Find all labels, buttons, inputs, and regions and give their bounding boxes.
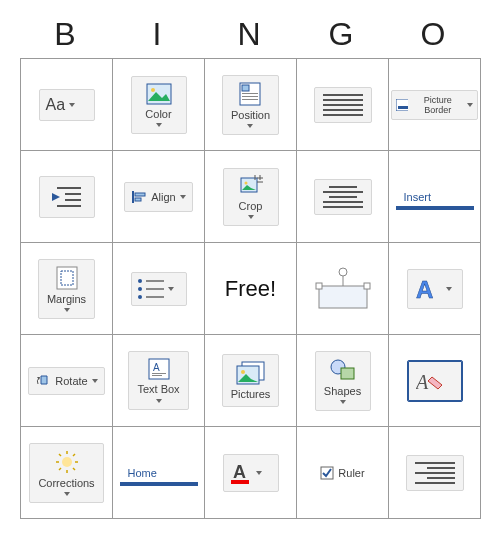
chevron-down-icon — [168, 287, 174, 291]
font-color-icon: A — [230, 461, 252, 485]
header-i: I — [112, 10, 204, 58]
svg-point-17 — [244, 181, 247, 184]
svg-rect-12 — [57, 205, 81, 207]
svg-text:A: A — [153, 362, 160, 373]
svg-rect-3 — [242, 85, 249, 91]
svg-rect-14 — [135, 193, 145, 196]
insert-tab: Insert — [396, 184, 474, 210]
svg-rect-8 — [398, 106, 408, 109]
svg-rect-5 — [242, 96, 258, 97]
header-g: G — [296, 10, 388, 58]
margins-icon — [56, 266, 78, 290]
chevron-down-icon — [92, 379, 98, 383]
svg-rect-34 — [341, 368, 354, 379]
rotate-icon — [35, 374, 51, 388]
bingo-grid: Aa Color Position — [20, 58, 481, 519]
increase-indent-icon — [49, 183, 85, 211]
cell-text-effects[interactable]: A — [391, 245, 478, 332]
cell-shape-handle[interactable] — [299, 245, 386, 332]
svg-rect-46 — [231, 480, 249, 484]
pictures-icon — [236, 361, 266, 385]
align-icon — [131, 189, 147, 205]
svg-rect-18 — [57, 267, 77, 289]
checkbox-checked-icon — [320, 466, 334, 480]
header-n: N — [204, 10, 296, 58]
svg-rect-28 — [152, 373, 166, 374]
cell-home-tab[interactable]: Home — [115, 429, 202, 516]
cell-align-right[interactable] — [391, 429, 478, 516]
svg-text:A: A — [233, 462, 246, 482]
position-icon — [239, 82, 261, 106]
svg-rect-9 — [57, 187, 81, 189]
cell-insert-tab[interactable]: Insert — [391, 153, 478, 240]
svg-line-41 — [59, 454, 61, 456]
chevron-down-icon — [248, 215, 254, 219]
chevron-down-icon — [69, 103, 75, 107]
bullets-icon — [138, 279, 164, 299]
cell-margins[interactable]: Margins — [23, 245, 110, 332]
cell-ruler[interactable]: Ruler — [299, 429, 386, 516]
svg-line-43 — [73, 454, 75, 456]
svg-rect-10 — [65, 193, 81, 195]
cell-center[interactable] — [299, 153, 386, 240]
justify-icon — [323, 94, 363, 116]
svg-point-36 — [62, 457, 72, 467]
text-box-icon: A — [148, 358, 170, 380]
cell-bullets[interactable] — [115, 245, 202, 332]
cell-themes[interactable]: Aa — [23, 61, 110, 148]
chevron-down-icon — [64, 492, 70, 496]
shapes-icon — [329, 358, 357, 382]
align-right-icon — [415, 462, 455, 484]
cell-free: Free! — [207, 245, 294, 332]
cell-corrections[interactable]: Corrections — [23, 429, 110, 516]
corrections-icon — [54, 450, 80, 474]
bingo-header: B I N G O — [20, 10, 480, 58]
chevron-down-icon — [340, 400, 346, 404]
header-o: O — [388, 10, 480, 58]
svg-rect-23 — [316, 283, 322, 289]
cell-justify[interactable] — [299, 61, 386, 148]
clear-formatting-icon: A — [416, 369, 444, 393]
cell-shapes[interactable]: Shapes — [299, 337, 386, 424]
themes-icon: Aa — [46, 96, 66, 114]
svg-point-20 — [339, 268, 347, 276]
svg-rect-22 — [319, 286, 367, 308]
svg-rect-24 — [364, 283, 370, 289]
picture-border-icon — [396, 99, 408, 111]
cell-clear-format[interactable]: A — [391, 337, 478, 424]
svg-line-42 — [73, 468, 75, 470]
svg-text:A: A — [416, 276, 433, 302]
svg-point-32 — [241, 370, 245, 374]
chevron-down-icon — [256, 471, 262, 475]
chevron-down-icon — [446, 287, 452, 291]
chevron-down-icon — [247, 124, 253, 128]
picture-color-icon — [146, 83, 172, 105]
svg-text:A: A — [416, 371, 429, 393]
center-align-icon — [323, 186, 363, 208]
cell-position[interactable]: Position — [207, 61, 294, 148]
cell-pictures[interactable]: Pictures — [207, 337, 294, 424]
header-b: B — [20, 10, 112, 58]
chevron-down-icon — [64, 308, 70, 312]
svg-rect-7 — [396, 99, 408, 111]
cell-increase-indent[interactable] — [23, 153, 110, 240]
cell-rotate[interactable]: Rotate — [23, 337, 110, 424]
cell-text-box[interactable]: A Text Box — [115, 337, 202, 424]
chevron-down-icon — [156, 123, 162, 127]
svg-rect-4 — [242, 93, 258, 94]
cell-crop[interactable]: Crop — [207, 153, 294, 240]
shape-rotate-handle-icon — [313, 266, 373, 312]
svg-rect-15 — [135, 198, 141, 201]
home-tab: Home — [120, 460, 198, 486]
svg-line-44 — [59, 468, 61, 470]
bingo-card: B I N G O Aa Color — [20, 10, 480, 544]
svg-rect-11 — [65, 199, 81, 201]
cell-picture-border[interactable]: Picture Border — [391, 61, 478, 148]
chevron-down-icon — [467, 103, 473, 107]
text-effects-icon: A — [414, 276, 442, 302]
cell-align[interactable]: Align — [115, 153, 202, 240]
cell-color[interactable]: Color — [115, 61, 202, 148]
svg-rect-13 — [132, 191, 134, 203]
svg-rect-6 — [242, 99, 258, 100]
cell-font-color[interactable]: A — [207, 429, 294, 516]
